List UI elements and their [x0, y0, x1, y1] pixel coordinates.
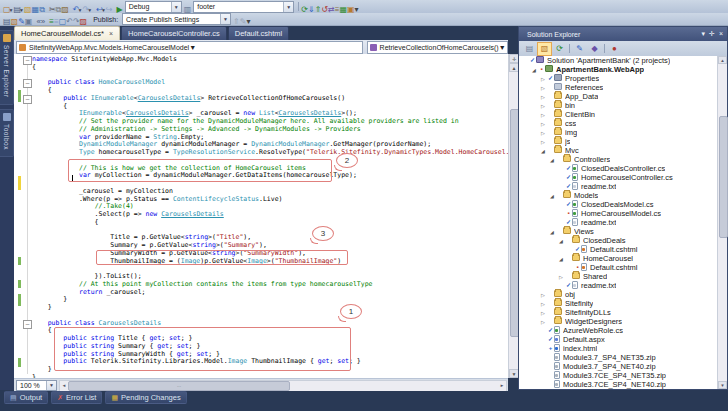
code-line[interactable]: namespace SitefinityWebApp.Mvc.Models — [32, 56, 177, 64]
collapse-region-toggle[interactable]: – — [23, 56, 32, 65]
properties-window-button[interactable]: ▤ — [3, 17, 11, 26]
tree-item[interactable]: ◢Models — [519, 191, 718, 200]
collapse-region-toggle[interactable]: – — [23, 79, 32, 88]
tree-item[interactable]: ▷✓Properties — [519, 74, 718, 83]
collapse-region-toggle[interactable]: – — [23, 320, 32, 329]
tree-item[interactable]: ▷img — [519, 128, 718, 137]
previous-bookmark-button[interactable]: ↶ — [66, 17, 73, 26]
tree-item[interactable]: ▷css — [519, 119, 718, 128]
solution-explorer-titlebar[interactable]: Solution Explorer ▾✛× — [519, 27, 727, 41]
tree-item[interactable]: ✓Default.cshtml — [519, 245, 718, 254]
collapse-arrow-icon[interactable]: ◢ — [557, 238, 565, 244]
expand-arrow-icon[interactable]: ▷ — [539, 301, 547, 307]
expand-arrow-icon[interactable]: ▷ — [539, 85, 547, 91]
panel-tab-pending-changes[interactable]: ▦Pending Changes — [105, 391, 186, 404]
expand-arrow-icon[interactable]: ▷ — [539, 139, 547, 145]
panel-tab-error-list[interactable]: ✗Error List — [51, 391, 102, 404]
close-icon[interactable]: × — [109, 30, 113, 37]
code-editor[interactable]: namespace SitefinityWebApp.Mvc.Models{ p… — [14, 54, 508, 378]
tree-item[interactable]: Module3.7_SP4_NET35.zip — [519, 353, 718, 362]
tree-item[interactable]: ▷bin — [519, 101, 718, 110]
code-line[interactable]: { — [32, 64, 36, 72]
chevron-down-icon[interactable]: ▼ — [171, 2, 181, 12]
scroll-right-button[interactable]: ► — [498, 381, 506, 389]
chevron-down-icon[interactable]: ▼ — [220, 14, 230, 24]
editor-horizontal-scrollbar[interactable]: ◄ ∙∙∙ ► — [59, 380, 507, 392]
scroll-up-button[interactable]: ▲ — [718, 56, 727, 64]
tree-item[interactable]: ◢▪ApartmentBank.WebApp — [519, 65, 718, 74]
tree-item[interactable]: Module3.7CE_SP4_NET35.zip — [519, 371, 718, 380]
tree-item[interactable]: ▷Sitefinity — [519, 299, 718, 308]
pin-icon[interactable]: ✛ — [709, 30, 715, 37]
expand-arrow-icon[interactable]: ▷ — [539, 94, 547, 100]
collapse-arrow-icon[interactable]: ◢ — [530, 67, 538, 73]
tree-item[interactable]: ▷ClientBin — [519, 110, 718, 119]
tree-item[interactable]: ▷obj — [519, 290, 718, 299]
scrollbar-thumb[interactable] — [719, 116, 728, 238]
autohide-tab-toolbox[interactable]: Toolbox — [0, 109, 14, 157]
clear-bookmarks-button[interactable]: ▨ — [80, 17, 88, 26]
expand-arrow-icon[interactable]: ▷ — [539, 112, 547, 118]
tree-item[interactable]: ✓ClosedDealsController.cs — [519, 164, 718, 173]
window-position-icon[interactable]: ▾ — [702, 30, 706, 37]
tree-item[interactable]: ◢ClosedDeals — [519, 236, 718, 245]
code-line[interactable]: public IEnumerable<CarouselsDetails> Ret… — [32, 95, 345, 103]
document-tab[interactable]: HomeCarouselModel.cs*× — [14, 26, 120, 40]
expand-arrow-icon[interactable]: ▷ — [539, 76, 547, 82]
view-code-button[interactable]: ✎ — [18, 17, 25, 26]
chevron-down-icon[interactable]: ▼ — [283, 2, 293, 12]
close-icon[interactable]: × — [719, 30, 723, 37]
collapse-arrow-icon[interactable]: ◢ — [548, 193, 556, 199]
refresh-button[interactable]: ⟳ — [552, 42, 567, 56]
class-navigator-combo[interactable]: SitefinityWebApp.Mvc.Models.HomeCarousel… — [16, 41, 363, 54]
zoom-combo[interactable]: 100 % ▼ — [16, 380, 57, 391]
panel-tab-output[interactable]: ▤Output — [4, 391, 48, 404]
tree-item[interactable]: Module3.7_SP4_NET40.zip — [519, 362, 718, 371]
increase-indent-button[interactable]: » — [41, 17, 45, 26]
tree-vertical-scrollbar[interactable]: ▲ ▼ — [717, 56, 727, 389]
expand-arrow-icon[interactable]: ▷ — [539, 319, 547, 325]
code-line[interactable]: } — [32, 304, 52, 312]
tree-item[interactable]: ▷Shared — [519, 272, 718, 281]
tree-item[interactable]: ▷References — [519, 83, 718, 92]
autohide-tab-server-explorer[interactable]: Server Explorer — [0, 30, 14, 105]
tree-item[interactable]: ▷App_Data — [519, 92, 718, 101]
publish-profile-combo[interactable]: Create Publish Settings ▼ — [122, 13, 231, 25]
expand-arrow-icon[interactable]: ▷ — [539, 130, 547, 136]
next-bookmark-button[interactable]: ↷ — [73, 17, 80, 26]
view-class-diagram-button[interactable]: ◆ — [587, 42, 602, 56]
scrollbar-thumb[interactable]: ∙∙∙ — [68, 381, 290, 391]
tree-item[interactable]: ▷WidgetDesigners — [519, 317, 718, 326]
expand-arrow-icon[interactable]: ▷ — [539, 121, 547, 127]
toolbar-options-button[interactable]: ▾ — [246, 17, 250, 26]
collapse-arrow-icon[interactable]: ◢ — [539, 148, 547, 154]
properties-button[interactable]: ▤ — [522, 42, 537, 56]
tree-item[interactable]: ✓readme.txt — [519, 182, 718, 191]
code-line[interactable]: Type homecarouselType = TypeResolutionSe… — [32, 149, 508, 157]
chevron-down-icon[interactable]: ▼ — [499, 44, 506, 51]
tree-item[interactable]: ◢Controllers — [519, 155, 718, 164]
chevron-down-icon[interactable]: ▼ — [189, 44, 196, 51]
tree-item[interactable]: ▷js — [519, 137, 718, 146]
tree-item[interactable]: ✓Solution 'ApartmentBank' (2 projects) — [519, 56, 718, 65]
scroll-left-button[interactable]: ◄ — [60, 381, 68, 389]
tree-item[interactable]: +index.html — [519, 344, 718, 353]
member-navigator-combo[interactable]: RetrieveCollectionOfHomeCarousels() ▼ — [367, 41, 508, 54]
scroll-down-button[interactable]: ▼ — [718, 381, 727, 389]
view-designer-button[interactable]: ▣ — [25, 17, 33, 26]
expand-arrow-icon[interactable]: ▷ — [557, 274, 565, 280]
collapse-region-toggle[interactable]: – — [23, 95, 32, 104]
tree-item[interactable]: ✓AzureWebRole.cs — [519, 326, 718, 335]
expand-arrow-icon[interactable]: ▷ — [539, 103, 547, 109]
tree-item[interactable]: ▪HomeCarouselModel.cs — [519, 209, 718, 218]
expand-arrow-icon[interactable]: ▷ — [539, 292, 547, 298]
tree-item[interactable]: ✓ClosedDealsModel.cs — [519, 200, 718, 209]
tree-item[interactable]: ◢Mvc — [519, 146, 718, 155]
expand-arrow-icon[interactable]: ▷ — [539, 310, 547, 316]
collapse-arrow-icon[interactable]: ◢ — [548, 157, 556, 163]
tree-item[interactable]: ✓HomeCarouselController.cs — [519, 173, 718, 182]
document-tab[interactable]: HomeCarouselController.cs — [121, 26, 227, 40]
tree-item[interactable]: ◢HomeCarousel — [519, 254, 718, 263]
show-all-files-button[interactable]: ▧ — [537, 42, 552, 56]
view-code-button[interactable]: ✎ — [572, 42, 587, 56]
